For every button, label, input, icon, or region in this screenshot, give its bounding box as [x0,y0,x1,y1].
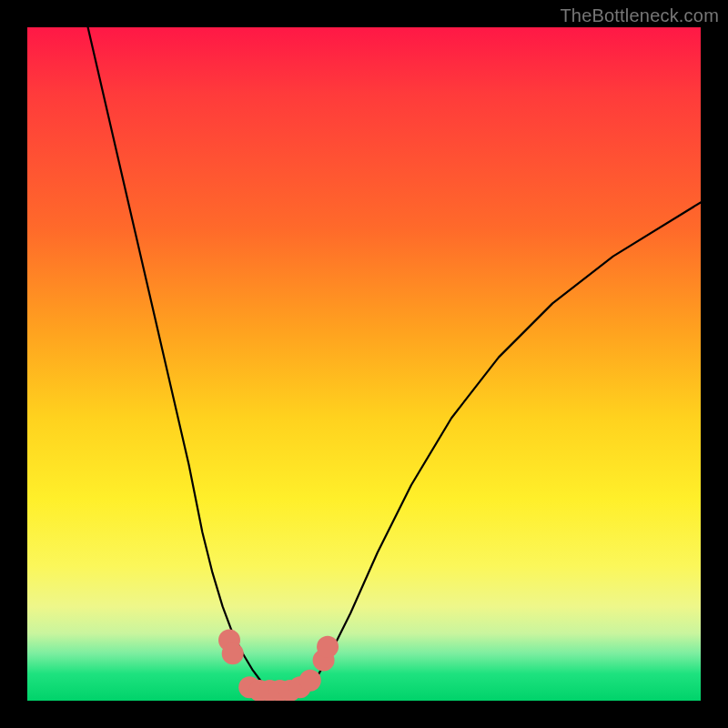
curve-left-branch [88,27,277,691]
data-marker [317,636,339,658]
curve-right-branch [303,202,701,691]
data-marker [222,642,244,664]
chart-svg [27,27,701,701]
figure-frame: TheBottleneck.com [0,0,728,728]
curves-group [88,27,701,691]
watermark-text: TheBottleneck.com [560,5,719,26]
plot-area [27,27,701,701]
data-marker [299,670,321,692]
markers-group [218,629,339,701]
